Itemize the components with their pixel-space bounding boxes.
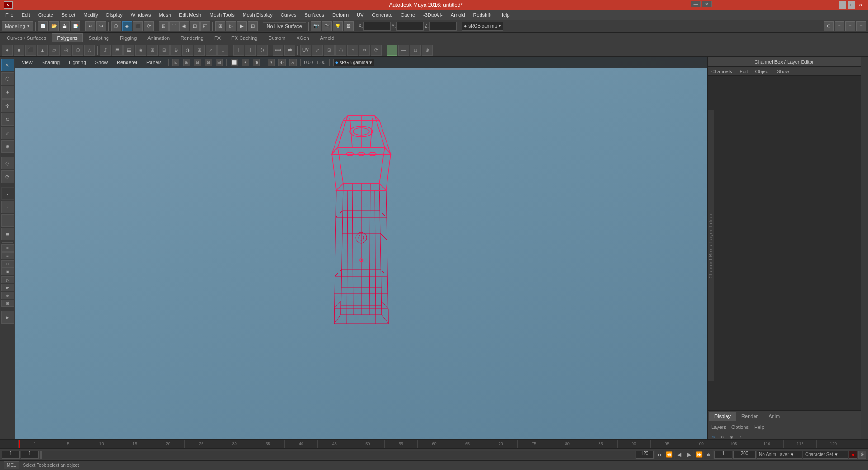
snap-point-button[interactable]: ◉ xyxy=(179,21,189,31)
gamma-display[interactable]: ● sRGB gamma ▾ xyxy=(333,59,374,66)
symmetry-icon-btn[interactable]: ⇌ xyxy=(284,45,295,56)
cube-icon-btn[interactable]: ■ xyxy=(14,45,24,56)
vp-aa-btn[interactable]: A xyxy=(289,59,297,66)
universal-manip-btn[interactable]: ⊕ xyxy=(1,140,14,153)
menu-select[interactable]: Select xyxy=(58,11,79,19)
insert-loop-icon-btn[interactable]: ⟨⟩ xyxy=(257,45,268,56)
tab-fx-caching[interactable]: FX Caching xyxy=(226,33,262,42)
face-select-icon-btn[interactable]: □ xyxy=(410,45,421,56)
uv-spherical-icon-btn[interactable]: ○ xyxy=(347,45,358,56)
layers-tab-help[interactable]: Help xyxy=(754,424,764,430)
combine-icon-btn[interactable]: ⊞ xyxy=(147,45,158,56)
camera-button[interactable]: 📷 xyxy=(311,21,321,31)
play-back-btn[interactable]: ◀ xyxy=(675,450,684,459)
z-field[interactable] xyxy=(429,22,457,31)
channel-btn-2[interactable]: ≡ xyxy=(1,252,14,259)
light-editor-button[interactable]: 💡 xyxy=(333,21,343,31)
playhead[interactable] xyxy=(19,440,20,448)
layers-tab-options[interactable]: Options xyxy=(731,424,749,430)
sphere-icon-btn[interactable]: ● xyxy=(2,45,13,56)
bevel-icon-btn[interactable]: ⬓ xyxy=(123,45,134,56)
menu-modify[interactable]: Modify xyxy=(80,11,101,19)
bridge-icon-btn[interactable]: ⬒ xyxy=(112,45,123,56)
smooth-icon-btn[interactable]: ◑ xyxy=(182,45,193,56)
tab-curves-surfaces[interactable]: Curves / Surfaces xyxy=(2,33,51,42)
script-mode-btn[interactable]: MEL xyxy=(4,461,19,469)
snap-curve-button[interactable]: ⌒ xyxy=(169,21,179,31)
undo-button[interactable]: ↩ xyxy=(85,21,95,31)
vp-lighting-btn[interactable]: ☀ xyxy=(268,59,275,66)
menu-display[interactable]: Display xyxy=(103,11,126,19)
menu-surfaces[interactable]: Surfaces xyxy=(301,11,328,19)
render-btn-1[interactable]: ▷ xyxy=(1,276,14,283)
save-button[interactable]: 💾 xyxy=(60,21,70,31)
save-as-button[interactable]: 📑 xyxy=(71,21,80,31)
timeline-ruler[interactable]: 1 5 10 15 20 25 30 35 40 45 50 55 60 65 … xyxy=(0,439,868,448)
render-view-button[interactable]: 🖼 xyxy=(344,21,354,31)
cylinder-icon-btn[interactable]: ⬛ xyxy=(25,45,36,56)
rotate-tool-btn[interactable]: ↻ xyxy=(1,113,14,126)
render-globals-button[interactable]: 🎬 xyxy=(322,21,332,31)
select-by-hierarchy-button[interactable]: ⬡ xyxy=(111,21,121,31)
timeline-inner[interactable] xyxy=(40,451,635,459)
select-by-object-button[interactable]: ◈ xyxy=(122,21,132,31)
face-snap-btn[interactable]: ■ xyxy=(1,228,14,240)
vp-front-btn[interactable]: ⊞ xyxy=(183,59,190,66)
vp-side-btn[interactable]: ⊟ xyxy=(194,59,201,66)
playback-end-input[interactable]: 120 xyxy=(636,451,654,459)
lasso-select-btn[interactable]: ✦ xyxy=(1,86,14,99)
cb-tab-object[interactable]: Object xyxy=(753,68,771,75)
cone-icon-btn[interactable]: ▲ xyxy=(37,45,48,56)
menu-uv[interactable]: UV xyxy=(353,11,367,19)
tab-rendering[interactable]: Rendering xyxy=(175,33,208,42)
window-controls[interactable]: — □ ✕ xyxy=(839,1,864,9)
separate-icon-btn[interactable]: ⊟ xyxy=(159,45,170,56)
edge-snap-btn[interactable]: — xyxy=(1,214,14,227)
pyramid-icon-btn[interactable]: △ xyxy=(84,45,95,56)
cb-tab-show[interactable]: Show xyxy=(775,68,791,75)
play-forward-btn[interactable]: ▶ xyxy=(684,450,693,459)
layers-tab-layers[interactable]: Layers xyxy=(711,424,726,430)
cb-minimize-btn[interactable]: — xyxy=(691,1,701,7)
viewport-menu-view[interactable]: View xyxy=(19,59,35,66)
menu-mesh-tools[interactable]: Mesh Tools xyxy=(206,11,238,19)
menu-windows[interactable]: Windows xyxy=(127,11,155,19)
extra-btn-1[interactable]: ⊕ xyxy=(1,292,14,299)
channel-box-toggle[interactable]: ≡ xyxy=(835,21,844,31)
render-settings-button[interactable]: ⊞ xyxy=(215,21,225,31)
uv-planar-icon-btn[interactable]: ⊡ xyxy=(324,45,335,56)
snap-surface-button[interactable]: ◱ xyxy=(200,21,210,31)
maximize-button[interactable]: □ xyxy=(848,1,855,9)
snap-grid-button[interactable]: ⊞ xyxy=(159,21,169,31)
mirror-icon-btn[interactable]: ⟺ xyxy=(273,45,283,56)
playback-start-input[interactable]: 1 xyxy=(21,451,39,459)
tab-xgen[interactable]: XGen xyxy=(291,33,314,42)
torus-icon-btn[interactable]: ◎ xyxy=(61,45,71,56)
viewport-menu-renderer[interactable]: Renderer xyxy=(114,59,140,66)
gamma-field[interactable]: ● sRGB gamma ▾ xyxy=(462,22,503,31)
anim-range-start-input[interactable]: 1 xyxy=(714,451,732,459)
x-field[interactable] xyxy=(363,22,391,31)
tool-settings-toggle[interactable]: ≡ xyxy=(856,21,866,31)
minimize-button[interactable]: — xyxy=(839,1,846,9)
menu-arnold[interactable]: Arnold xyxy=(447,11,469,19)
redo-button[interactable]: ↪ xyxy=(96,21,106,31)
render-btn-2[interactable]: ▶ xyxy=(1,284,14,291)
edge-loop-icon-btn[interactable]: ⟦ xyxy=(233,45,244,56)
close-button[interactable]: ✕ xyxy=(857,1,864,9)
key-btn[interactable]: ⚙ xyxy=(858,451,866,459)
render-region-button[interactable]: ⊡ xyxy=(248,21,258,31)
vp-persp-btn[interactable]: ⊡ xyxy=(172,59,179,66)
display-btn-1[interactable]: □ xyxy=(1,260,14,268)
ipr-button[interactable]: ▶ xyxy=(237,21,247,31)
multi-select-icon-btn[interactable]: ⊕ xyxy=(422,45,433,56)
vp-wireframe-btn[interactable]: ⬜ xyxy=(231,59,238,66)
viewport-menu-shading[interactable]: Shading xyxy=(39,59,62,66)
character-set-selector[interactable]: Character Set ▾ xyxy=(803,451,848,459)
triangulate-icon-btn[interactable]: △ xyxy=(206,45,217,56)
mode-dropdown[interactable]: Modeling ▾ xyxy=(2,21,33,31)
tab-custom[interactable]: Custom xyxy=(264,33,291,42)
menu-edit-mesh[interactable]: Edit Mesh xyxy=(175,11,205,19)
attribute-editor-toggle[interactable]: ≡ xyxy=(845,21,855,31)
open-button[interactable]: 📂 xyxy=(49,21,59,31)
